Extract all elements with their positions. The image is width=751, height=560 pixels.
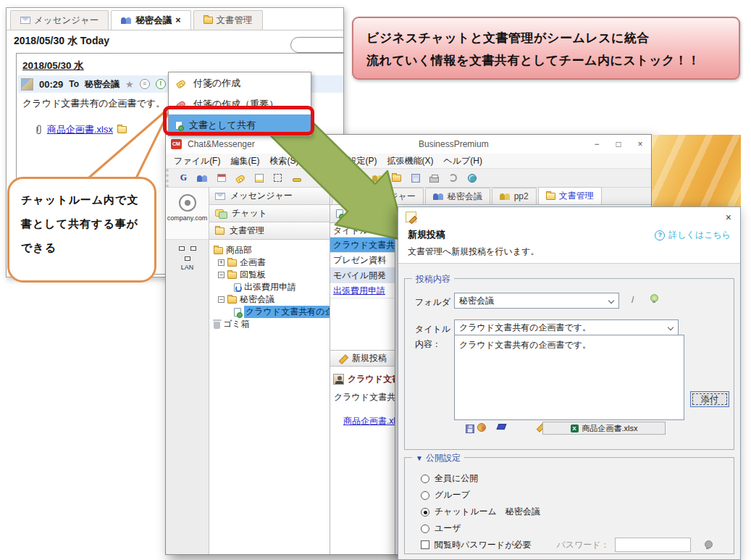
menu-circle-icon[interactable]: ≡ (140, 79, 150, 89)
hint-bulb-icon[interactable] (650, 294, 657, 303)
menu-search[interactable]: 検索(S) (264, 155, 303, 167)
triangle-down-icon[interactable]: ▼ (416, 454, 423, 462)
toolbar-calendar-icon[interactable] (215, 172, 227, 184)
list-row-mobile-dev[interactable]: モバイル開発 (330, 268, 395, 283)
attached-file-chip[interactable]: X 商品企画書.xlsx (542, 422, 666, 435)
folder-combobox[interactable]: 秘密会議 (454, 293, 619, 309)
nav-docs[interactable]: 文書管理 (209, 222, 330, 240)
list-header[interactable]: タイトル (330, 223, 395, 238)
tree-item-travel-expense[interactable]: 出張費用申請 (212, 281, 330, 293)
list-row-cloud-doc[interactable]: クラウド文書共有の企画書です。 (330, 238, 395, 253)
nav-chat[interactable]: チャット (209, 205, 330, 222)
toolbar-notes-icon[interactable] (253, 172, 265, 184)
toolbar-globe-icon[interactable] (466, 172, 478, 184)
minimize-button[interactable]: − (586, 135, 608, 154)
radio-label: 全員に公開 (435, 472, 478, 485)
radio-selected-icon[interactable] (421, 508, 429, 517)
folder-value: 秘密会議 (459, 295, 494, 307)
menu-file[interactable]: ファイル(F) (169, 155, 225, 167)
tab-doc-management[interactable]: 文書管理 (538, 187, 602, 204)
nav-messenger[interactable]: メッセンジャー (209, 188, 330, 205)
radio-icon[interactable] (421, 475, 429, 483)
rail-item-company[interactable]: company.com (166, 188, 209, 240)
palette-icon[interactable] (477, 423, 486, 432)
group-icon (433, 192, 444, 201)
close-button[interactable]: × (629, 135, 651, 154)
important-circle-icon[interactable]: ! (156, 79, 166, 89)
toolbar-user-block-icon[interactable] (372, 172, 384, 184)
radio-chatroom[interactable]: チャットルーム 秘密会議 (421, 506, 540, 518)
tree-item-circular[interactable]: − 回覧板 (212, 269, 330, 281)
message-body: クラウド文書共有の企画書です。 (22, 97, 165, 110)
refresh-button[interactable]: 最新表示 (330, 205, 395, 223)
attachment-link[interactable]: 商品企画書.xlsx (47, 123, 113, 136)
toolbar-tag-icon[interactable] (234, 172, 246, 184)
toolbar-sort-icon[interactable]: a↓ (353, 172, 365, 184)
title-bar[interactable]: CM Chat&Messenger BusinessPremium − □ × (166, 135, 651, 154)
collapse-icon[interactable]: − (218, 296, 225, 303)
radio-icon[interactable] (421, 491, 429, 500)
collapse-icon[interactable]: − (218, 272, 225, 278)
tab-messenger[interactable]: メッセンジャー (10, 10, 109, 30)
hint-bulb-gray-icon[interactable] (705, 540, 711, 549)
rail-item-lan[interactable]: LAN (166, 240, 209, 271)
tab-messenger[interactable]: メッセンジャー (332, 188, 424, 204)
password-checkbox[interactable] (421, 540, 429, 549)
menu-item-create-note[interactable]: 付箋の作成 (169, 72, 311, 93)
tab-pp2[interactable]: pp2 (492, 188, 537, 204)
menu-settings[interactable]: 設定(P) (343, 155, 382, 167)
toolbar-folder-add-icon[interactable] (390, 172, 403, 184)
post-preview: クラウド文書共有の企画書です。 クラウド文書共有の企画書です。 商品企画書.xl… (330, 367, 395, 554)
tree-item-trash[interactable]: ゴミ箱 (212, 318, 330, 330)
search-box[interactable] (290, 37, 344, 53)
list-row-travel-expense[interactable]: 出張費用申請 (330, 283, 395, 298)
open-folder-icon[interactable] (117, 126, 127, 133)
attach-button[interactable]: 添付 (690, 391, 729, 407)
toolbar-google-icon[interactable]: G (177, 172, 190, 184)
tab-label: メッセンジャー (34, 14, 98, 27)
tab-secret-meeting[interactable]: 秘密会議 (425, 188, 490, 204)
tree-item-plans[interactable]: + 企画書 (212, 256, 330, 269)
expand-icon[interactable]: + (218, 259, 225, 266)
tree-item-secret-meeting[interactable]: − 秘密会議 (212, 293, 330, 306)
toolbar-key-icon[interactable] (290, 172, 303, 184)
window-title-left: Chat&Messenger (188, 139, 255, 149)
radio-icon[interactable] (421, 525, 429, 533)
tree-item-root[interactable]: 商品部 (212, 244, 330, 256)
radio-group[interactable]: グループ (421, 489, 470, 501)
help-link[interactable]: ? 詳しくはこちら (655, 229, 731, 241)
radio-public-all[interactable]: 全員に公開 (421, 472, 478, 485)
toolbar-window-copy-icon[interactable] (409, 172, 421, 184)
network-rail: company.com LAN (166, 188, 209, 554)
menu-extensions[interactable]: 拡張機能(X) (382, 155, 438, 167)
menu-view[interactable]: 表示(V) (303, 155, 343, 167)
toolbar-printer-icon[interactable] (428, 172, 440, 184)
content-textarea[interactable]: クラウド文書共有の企画書です。 (454, 335, 684, 420)
menu-help[interactable]: ヘルプ(H) (438, 155, 487, 167)
toolbar-users-icon[interactable] (196, 172, 209, 184)
eraser-icon[interactable] (497, 424, 507, 430)
tab-secret-meeting[interactable]: 秘密会議 × (111, 10, 190, 30)
refresh-doc-icon (336, 209, 343, 218)
maximize-button[interactable]: □ (608, 135, 629, 154)
radio-label: チャットルーム 秘密会議 (435, 506, 540, 518)
date-link[interactable]: 2018/05/30 水 (22, 59, 84, 72)
menu-edit[interactable]: 編集(E) (225, 155, 264, 167)
post-content-group: 投稿内容 フォルダ： 秘密会議 / タイトル： クラウド文書共有の企画書です。 … (404, 278, 734, 450)
new-post-button[interactable]: 新規投稿 (330, 350, 395, 367)
title-combobox[interactable]: クラウド文書共有の企画書です。 (454, 319, 679, 335)
list-row-presentation[interactable]: プレゼン資料 (330, 253, 395, 268)
tree-item-cloud-doc[interactable]: クラウド文書共有の企画書です。 (212, 306, 330, 318)
attachment-link[interactable]: 商品企画書.xlsx (343, 415, 395, 427)
folder-icon (214, 247, 223, 254)
toolbar-capture-icon[interactable] (272, 172, 284, 184)
password-input[interactable] (615, 538, 691, 552)
tab-doc-management[interactable]: 文書管理 (193, 10, 263, 30)
tab-close-icon[interactable]: × (175, 15, 180, 25)
radio-user[interactable]: ユーザ (421, 522, 461, 535)
save-icon[interactable] (466, 425, 474, 433)
toolbar-sync-icon[interactable] (447, 172, 459, 184)
legend-label: 公開設定 (426, 452, 461, 464)
dialog-close-button[interactable]: × (726, 212, 731, 223)
star-icon[interactable]: ★ (125, 79, 134, 90)
